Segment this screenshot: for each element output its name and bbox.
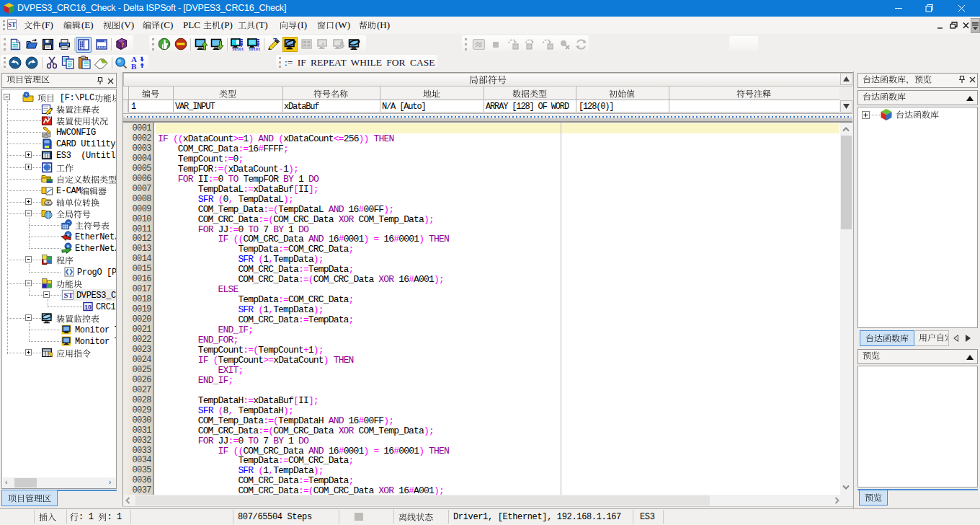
svg-text:10101: 10101 [249,48,260,50]
svg-text:ST: ST [64,291,74,299]
svg-text:10101: 10101 [232,48,244,50]
svg-text:B: B [131,62,137,70]
svg-text:?: ? [121,42,124,48]
svg-text:10: 10 [84,304,92,311]
